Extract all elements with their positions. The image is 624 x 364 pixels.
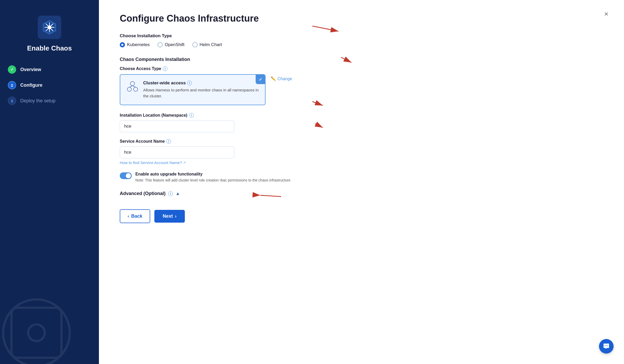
advanced-label: Advanced (Optional) — [120, 191, 166, 196]
radio-label-kubernetes: Kubernetes — [127, 42, 150, 47]
sidebar-watermark — [0, 291, 78, 364]
card-info-icon[interactable]: i — [187, 81, 192, 85]
access-card-cluster-wide[interactable]: Cluster-wide access i Allows Harness to … — [120, 74, 266, 105]
close-button[interactable]: × — [604, 10, 608, 18]
step-label-configure: Configure — [20, 83, 42, 88]
main-content: × Configure Chaos Infrastructure Choose … — [99, 0, 624, 364]
sidebar-steps: ✓ Overview 2 Configure 3 Deploy the setu… — [8, 65, 91, 105]
svg-point-22 — [607, 346, 608, 346]
service-account-section: Service Account Name i How to find Servi… — [120, 139, 603, 165]
step-item-overview[interactable]: ✓ Overview — [8, 65, 91, 74]
next-button[interactable]: Next › — [154, 210, 185, 223]
namespace-label: Installation Location (Namespace) i — [120, 113, 603, 118]
step-item-deploy[interactable]: 3 Deploy the setup — [8, 97, 91, 105]
namespace-section: Installation Location (Namespace) i — [120, 113, 603, 132]
card-title: Cluster-wide access i — [143, 80, 259, 86]
radio-circle-openshift — [157, 42, 163, 47]
sidebar-logo — [38, 16, 61, 39]
auto-upgrade-row: Enable auto upgrade functionality Note: … — [120, 172, 603, 183]
step-item-configure[interactable]: 2 Configure — [8, 81, 91, 89]
change-link[interactable]: ✏️ Change — [271, 74, 292, 81]
next-chevron-icon: › — [175, 214, 177, 219]
sidebar-title: Enable Chaos — [27, 44, 72, 52]
radio-helm-chart[interactable]: Helm Chart — [192, 42, 222, 47]
installation-type-group: Kubernetes OpenShift Helm Chart — [120, 42, 603, 47]
auto-upgrade-text: Enable auto upgrade functionality Note: … — [135, 172, 291, 183]
radio-circle-kubernetes — [120, 42, 125, 47]
svg-point-13 — [130, 81, 135, 86]
svg-point-21 — [606, 346, 607, 346]
chat-icon — [603, 343, 610, 350]
radio-openshift[interactable]: OpenShift — [157, 42, 185, 47]
access-type-section: Choose Access Type i Cluster-wide access… — [120, 66, 603, 105]
back-chevron-icon: ‹ — [128, 214, 129, 219]
sidebar: Enable Chaos ✓ Overview 2 Configure 3 De… — [0, 0, 99, 364]
external-link-icon: ↗ — [183, 161, 186, 165]
radio-kubernetes[interactable]: Kubernetes — [120, 42, 150, 47]
chaos-section-title: Chaos Components Installation — [120, 57, 603, 62]
back-button[interactable]: ‹ Back — [120, 209, 150, 223]
radio-label-openshift: OpenShift — [165, 42, 185, 47]
service-account-input[interactable] — [120, 146, 234, 158]
toggle-thumb — [126, 173, 131, 178]
page-title: Configure Chaos Infrastructure — [120, 13, 603, 24]
svg-point-15 — [134, 87, 138, 91]
chevron-up-icon: ▲ — [175, 191, 180, 196]
svg-line-16 — [129, 86, 133, 87]
step-indicator-configure: 2 — [8, 81, 16, 89]
advanced-info-icon[interactable]: i — [168, 191, 173, 196]
step-label-deploy: Deploy the setup — [20, 98, 55, 104]
svg-point-20 — [605, 346, 606, 346]
chat-bubble[interactable] — [599, 339, 614, 354]
auto-upgrade-toggle[interactable] — [120, 172, 132, 179]
namespace-input[interactable] — [120, 120, 234, 132]
service-account-info-icon[interactable]: i — [166, 139, 171, 144]
svg-rect-12 — [11, 308, 61, 358]
service-account-label: Service Account Name i — [120, 139, 603, 144]
edit-icon: ✏️ — [271, 76, 276, 81]
card-content: Cluster-wide access i Allows Harness to … — [143, 80, 259, 99]
step-indicator-deploy: 3 — [8, 97, 16, 105]
installation-type-label: Choose Installation Type — [120, 33, 603, 39]
svg-point-11 — [28, 324, 45, 341]
cluster-icon — [127, 80, 138, 92]
step-indicator-overview: ✓ — [8, 65, 16, 74]
svg-point-14 — [127, 87, 131, 91]
radio-circle-helm-chart — [192, 42, 198, 47]
namespace-info-icon[interactable]: i — [189, 113, 194, 118]
button-row: ‹ Back Next › — [120, 209, 603, 223]
svg-line-17 — [133, 86, 136, 87]
radio-label-helm-chart: Helm Chart — [200, 42, 222, 47]
service-account-help-link[interactable]: How to find Service Account Name? ↗ — [120, 160, 186, 165]
advanced-row[interactable]: Advanced (Optional) i ▲ — [120, 191, 603, 196]
access-card-wrapper: Cluster-wide access i Allows Harness to … — [120, 74, 603, 105]
card-checkmark — [256, 75, 265, 84]
access-type-label: Choose Access Type i — [120, 66, 603, 71]
access-type-info-icon[interactable]: i — [163, 66, 167, 71]
card-desc: Allows Harness to perform and monitor ch… — [143, 87, 259, 99]
step-label-overview: Overview — [20, 67, 41, 72]
